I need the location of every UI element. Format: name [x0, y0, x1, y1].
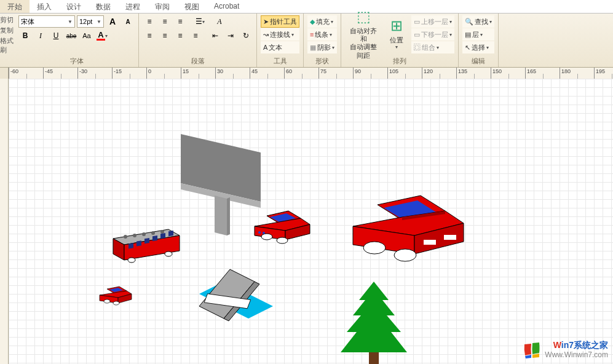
- ruler-tick: -15: [112, 68, 146, 79]
- align-bottom-button[interactable]: ≡: [173, 15, 187, 28]
- shadow-icon: ▦: [310, 44, 316, 52]
- grow-font-button[interactable]: A: [106, 15, 119, 28]
- underline-button[interactable]: U: [49, 30, 63, 42]
- shadow-button[interactable]: ▦ 阴影 ▾: [307, 41, 337, 53]
- clipboard-group: 剪切 复制 格式刷: [0, 14, 15, 67]
- auto-align-button[interactable]: ⬚ 自动对齐和 自动调整间距: [345, 15, 382, 52]
- ruler-tick: 0: [146, 68, 181, 79]
- line-icon: ≡: [310, 31, 314, 38]
- strikethrough-button[interactable]: abe: [65, 30, 78, 42]
- bring-forward-button[interactable]: ▭ 上移一层 ▾: [411, 15, 454, 28]
- shape-tree[interactable]: [334, 282, 414, 364]
- cut-button[interactable]: 剪切: [0, 15, 15, 25]
- format-painter-button[interactable]: 格式刷: [0, 36, 15, 55]
- tab-insert[interactable]: 插入: [30, 0, 59, 13]
- tab-design[interactable]: 设计: [59, 0, 89, 13]
- svg-point-26: [142, 232, 146, 236]
- dropdown-icon: ▾: [486, 45, 489, 50]
- layer-button[interactable]: ▤ 层 ▾: [462, 28, 494, 41]
- svg-point-19: [258, 231, 261, 234]
- menu-tabs: 开始 插入 设计 数据 进程 审阅 视图 Acrobat: [0, 0, 613, 14]
- work-area: Win7系统之家 Www.Winwin7.com: [0, 79, 613, 364]
- connector-tool-button[interactable]: ↝ 连接线 ▾: [261, 28, 299, 41]
- ruler-tick: 135: [456, 68, 491, 79]
- send-backward-button[interactable]: ▭ 下移一层 ▾: [411, 28, 454, 41]
- svg-marker-2: [215, 196, 227, 235]
- ruler-corner: [0, 68, 9, 79]
- ruler-tick: -60: [9, 68, 43, 79]
- arrange-group: ⬚ 自动对齐和 自动调整间距 ⊞ 位置 ▾ ▭ 上移一层 ▾ ▭ 下移一层 ▾: [341, 14, 459, 67]
- position-button[interactable]: ⊞ 位置 ▾: [384, 15, 409, 52]
- tab-data[interactable]: 数据: [89, 0, 118, 13]
- tab-view[interactable]: 视图: [177, 0, 207, 13]
- font-group-label: 字体: [18, 56, 135, 67]
- bold-button[interactable]: B: [18, 30, 32, 42]
- bring-forward-icon: ▭: [414, 18, 420, 26]
- font-size-value: 12pt: [79, 18, 92, 25]
- font-color-button[interactable]: A▾: [95, 30, 109, 42]
- rotate-text-button[interactable]: ↻: [239, 30, 253, 42]
- dropdown-icon: ▾: [332, 45, 334, 50]
- drawing-canvas[interactable]: Win7系统之家 Www.Winwin7.com: [9, 79, 613, 364]
- shape-car-small[interactable]: [95, 282, 138, 309]
- justify-button[interactable]: ≡: [189, 30, 202, 42]
- italic-button[interactable]: I: [34, 30, 47, 42]
- shapes-group: ◆ 填充 ▾ ≡ 线条 ▾ ▦ 阴影 ▾ 形状: [304, 14, 341, 67]
- svg-point-13: [394, 249, 416, 261]
- edit-group-label: 编辑: [462, 56, 494, 67]
- decrease-indent-button[interactable]: ⇤: [208, 30, 222, 42]
- shape-bus[interactable]: [107, 226, 187, 269]
- dropdown-icon: ▾: [489, 19, 492, 25]
- ruler-tick: -45: [43, 68, 77, 79]
- tab-start[interactable]: 开始: [0, 0, 30, 13]
- tools-group: ➤ 指针工具 ↝ 连接线 ▾ A 文本 工具: [257, 14, 304, 67]
- align-left-button[interactable]: ≡: [143, 30, 156, 42]
- pointer-tool-button[interactable]: ➤ 指针工具: [261, 15, 299, 28]
- tab-review[interactable]: 审阅: [148, 0, 177, 13]
- text-tool-button[interactable]: A 文本: [261, 41, 299, 53]
- svg-rect-32: [136, 240, 141, 246]
- tab-acrobat[interactable]: Acrobat: [207, 0, 247, 13]
- select-button[interactable]: ↖ 选择 ▾: [462, 41, 494, 53]
- increase-indent-button[interactable]: ⇥: [224, 30, 237, 42]
- pointer-tool-label: 指针工具: [270, 17, 297, 26]
- ruler-tick: 60: [284, 68, 318, 79]
- ruler-tick: 15: [181, 68, 215, 79]
- align-top-button[interactable]: ≡: [143, 15, 156, 28]
- tab-process[interactable]: 进程: [118, 0, 148, 13]
- bullets-button[interactable]: ☰▾: [193, 15, 207, 28]
- ruler-tick: 180: [560, 68, 594, 79]
- auto-align-label: 自动对齐和 自动调整间距: [347, 27, 380, 60]
- find-button[interactable]: 🔍 查找 ▾: [462, 15, 494, 28]
- align-center-button[interactable]: ≡: [158, 30, 172, 42]
- fill-icon: ◆: [310, 18, 315, 26]
- svg-point-38: [165, 251, 172, 256]
- svg-rect-11: [444, 235, 456, 240]
- ribbon: 剪切 复制 格式刷 宋体 ▼ 12pt ▼ A A: [0, 14, 613, 68]
- fill-button[interactable]: ◆ 填充 ▾: [307, 15, 337, 28]
- shape-car-medium[interactable]: [248, 205, 316, 248]
- shrink-font-button[interactable]: A: [121, 15, 135, 28]
- shape-car-large[interactable]: [341, 183, 476, 269]
- shape-crossing[interactable]: [187, 263, 291, 331]
- svg-point-25: [133, 234, 136, 237]
- dropdown-icon: ▾: [449, 19, 452, 25]
- font-size-select[interactable]: 12pt ▼: [77, 15, 104, 28]
- text-tool-label: 文本: [269, 43, 282, 52]
- ruler-vertical[interactable]: [0, 79, 9, 364]
- clear-format-button[interactable]: A: [213, 15, 226, 28]
- svg-point-24: [124, 235, 127, 239]
- align-right-button[interactable]: ≡: [173, 30, 187, 42]
- position-label: 位置: [390, 36, 403, 44]
- edit-group: 🔍 查找 ▾ ▤ 层 ▾ ↖ 选择 ▾ 编辑: [459, 14, 499, 67]
- ruler-h-track[interactable]: -60-45-30-150153045607590105120135150165…: [9, 68, 613, 79]
- group-shapes-button[interactable]: ⿴ 组合 ▾: [411, 41, 454, 53]
- change-case-button[interactable]: Aa: [80, 30, 93, 42]
- dropdown-icon: ▾: [330, 32, 332, 38]
- font-family-select[interactable]: 宋体 ▼: [18, 15, 75, 28]
- line-button[interactable]: ≡ 线条 ▾: [307, 28, 337, 41]
- watermark: Win7系统之家 Www.Winwin7.com: [523, 339, 608, 360]
- dropdown-icon: ▾: [437, 45, 439, 50]
- copy-button[interactable]: 复制: [0, 25, 15, 36]
- align-middle-button[interactable]: ≡: [158, 15, 172, 28]
